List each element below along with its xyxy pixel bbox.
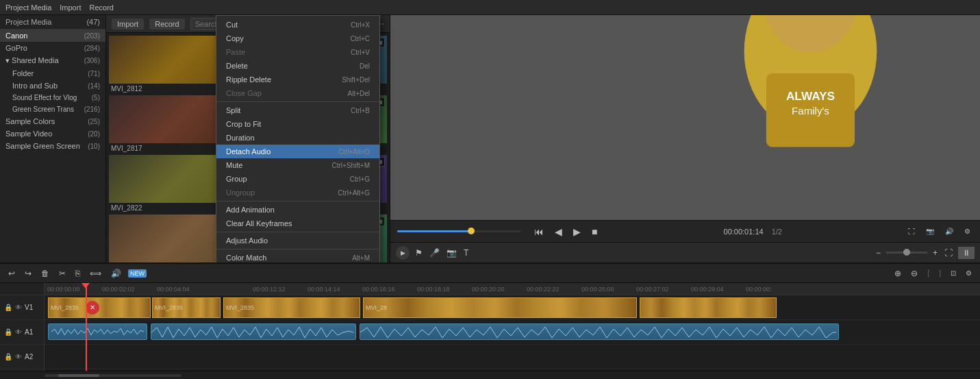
redo-button[interactable]: ↪ [22,267,34,280]
record-button[interactable]: Record [149,19,184,29]
preview-mic-btn[interactable]: 🎤 [428,247,441,259]
fullscreen-expand-btn[interactable]: ⛶ [943,247,954,259]
folder-intro-sub[interactable]: Intro and Sub (14) [0,80,105,92]
ctx-ungroup[interactable]: Ungroup Ctrl+Alt+G [216,186,379,199]
timeline-body: 🔒 👁 V1 🔒 👁 A1 🔒 👁 A2 00:00:00:00 00:00:0… [0,283,980,371]
track-label-a2: 🔒 👁 A2 [0,345,44,369]
preview-svg: ALWAYS Family's [390,15,980,220]
preview-flag-btn[interactable]: ⚑ [414,247,424,259]
marker-in: [ [927,269,929,277]
preview-person: ALWAYS Family's [390,15,980,220]
track-a2 [45,345,980,369]
skip-back-button[interactable]: ⏮ [531,225,546,239]
import-btn[interactable]: Import [60,3,81,12]
timeline-zoom-out-btn[interactable]: ⊖ [908,267,920,280]
clip-mvi2835-2[interactable]: MVI_2835 [152,297,221,318]
ctx-cut[interactable]: Cut Ctrl+X [216,18,379,32]
audio-clip-2[interactable] [151,323,356,340]
pause-btn[interactable]: ⏸ [958,247,975,259]
timeline-ruler: 00:00:00:00 00:00:02:02 00:00:04:04 00:0… [45,283,980,295]
ctx-copy[interactable]: Copy Ctrl+C [216,32,379,45]
ruler-spacer [0,283,44,295]
ctx-detach-audio[interactable]: Detach Audio Ctrl+Alt+D [216,145,379,158]
preview-camera-btn[interactable]: 📷 [445,247,458,259]
project-media-btn[interactable]: Project Media [5,3,51,12]
record-btn[interactable]: Record [89,3,113,12]
zoom-in-btn[interactable]: + [931,247,939,259]
ctx-sep3 [216,232,379,232]
media-grid: Import Record ⚙ ⋯ MVI_2812 ⊞ MVI_28 ⊞ MV… [106,15,390,262]
play-button[interactable]: ▶ [570,225,583,239]
ctx-paste[interactable]: Paste Ctrl+V [216,45,379,59]
ctx-close-gap[interactable]: Close Gap Alt+Del [216,86,379,100]
preview-fraction: 1/2 [772,228,782,236]
import-button[interactable]: Import [112,19,144,29]
copy-clip-button[interactable]: ⎘ [73,267,83,280]
zoom-out-btn[interactable]: − [875,247,882,259]
project-media-label: Project Media [5,18,51,26]
folder-canon[interactable]: Canon (203) [0,29,105,42]
timeline-tracks[interactable]: 00:00:00:00 00:00:02:02 00:00:04:04 00:0… [45,283,980,371]
audio-clip-3[interactable] [360,323,839,340]
timeline-scrollbar[interactable] [45,374,181,377]
split-button[interactable]: ⟺ [87,267,104,280]
preview-toolbar: ▶ ⚑ 🎤 📷 T − + ⛶ ⏸ [390,242,980,262]
project-media-count: (47) [86,18,100,26]
folder-green-screen-trans[interactable]: Green Screen Trans (216) [0,103,105,115]
folder-folder[interactable]: Folder (71) [0,67,105,80]
preview-controls: ⏮ ◀ ▶ ■ 00:00:01:14 1/2 ⛶ 📷 🔊 ⚙ [390,220,980,242]
ctx-sep1 [216,101,379,102]
snap-button[interactable]: ⊡ [948,268,959,278]
volume-button[interactable]: 🔊 [942,226,956,236]
svg-text:Family's: Family's [792,105,829,117]
waveform-3 [360,324,836,341]
ctx-delete[interactable]: Delete Del [216,59,379,73]
snapshot-button[interactable]: 📷 [923,226,937,236]
preview-play-btn[interactable]: ▶ [396,246,410,260]
left-panel: Project Media (47) Canon (203) GoPro (28… [0,15,106,262]
folder-sample-colors[interactable]: Sample Colors (25) [0,115,105,127]
preview-video[interactable]: ALWAYS Family's [390,15,980,220]
ctx-adjust-audio[interactable]: Adjust Audio [216,234,379,247]
settings-button[interactable]: ⚙ [962,226,973,236]
ctx-split[interactable]: Split Ctrl+B [216,103,379,117]
ctx-mute[interactable]: Mute Ctrl+Shift+M [216,158,379,172]
clip-mvi2835-1[interactable]: MVI_2835 [48,297,151,318]
detach-audio-button[interactable]: 🔊 [108,267,124,280]
clip-mvi2835-3[interactable]: MVI_2835 [223,297,360,318]
ctx-add-animation[interactable]: Add Animation [216,203,379,217]
folder-sample-green-screen[interactable]: Sample Green Screen (10) [0,140,105,152]
clip-mvi2835-5[interactable] [640,297,777,318]
ctx-clear-keyframes[interactable]: Clear All Keyframes [216,217,379,230]
ctx-group[interactable]: Group Ctrl+G [216,172,379,186]
stop-button[interactable]: ■ [589,225,600,239]
ctx-color-match[interactable]: Color Match Alt+M [216,251,379,262]
audio-clip-1[interactable] [48,323,147,340]
track-label-a1: 🔒 👁 A1 [0,320,44,345]
fullscreen-button[interactable]: ⛶ [905,226,918,236]
playhead-marker-circle: ✕ [86,301,99,315]
clip-mvi2835-4[interactable]: MVI_28 [363,297,637,318]
ctx-crop-to-fit[interactable]: Crop to Fit [216,117,379,131]
timeline-labels: 🔒 👁 V1 🔒 👁 A1 🔒 👁 A2 [0,283,45,371]
folder-shared-media[interactable]: ▾ Shared Media (306) [0,54,105,67]
main-area: Project Media (47) Canon (203) GoPro (28… [0,15,980,262]
ctx-duration[interactable]: Duration [216,131,379,145]
cut-clip-button[interactable]: ✂ [56,267,68,280]
marker-out: ] [939,269,941,277]
folder-sound-effect[interactable]: Sound Effect for Vlog (5) [0,92,105,103]
folder-gopro[interactable]: GoPro (284) [0,42,105,54]
ctx-ripple-delete[interactable]: Ripple Delete Shift+Del [216,73,379,86]
undo-button[interactable]: ↩ [5,267,18,280]
magnet-button[interactable]: ⚙ [963,268,975,278]
zoom-slider[interactable] [886,252,927,254]
play-back-button[interactable]: ◀ [552,225,565,239]
preview-time: 00:00:01:14 [724,228,764,236]
timeline-zoom-in-btn[interactable]: ⊕ [892,267,904,280]
svg-rect-1 [390,15,980,220]
track-label-v1: 🔒 👁 V1 [0,295,44,320]
delete-clip-button[interactable]: 🗑 [38,267,52,280]
preview-progress-bar[interactable] [397,230,520,232]
folder-sample-video[interactable]: Sample Video (20) [0,127,105,140]
preview-text-btn[interactable]: T [462,247,470,259]
